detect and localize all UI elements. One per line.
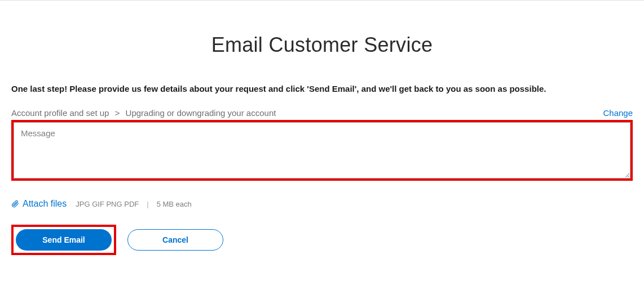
attach-formats: JPG GIF PNG PDF (76, 200, 139, 208)
change-link[interactable]: Change (603, 108, 633, 118)
message-highlight (11, 120, 633, 181)
button-row: Send Email Cancel (11, 225, 633, 255)
top-divider (0, 0, 644, 1)
instruction-text: One last step! Please provide us few det… (11, 84, 633, 93)
attach-separator: | (147, 200, 148, 208)
breadcrumb: Account profile and set up > Upgrading o… (11, 108, 276, 118)
attach-size-hint: 5 MB each (157, 200, 192, 208)
page-title: Email Customer Service (11, 33, 633, 57)
paperclip-icon (11, 200, 19, 208)
send-email-button[interactable]: Send Email (16, 229, 112, 251)
attach-files-link[interactable]: Attach files (23, 199, 67, 209)
cancel-button[interactable]: Cancel (127, 229, 223, 251)
breadcrumb-level1: Account profile and set up (11, 108, 109, 118)
breadcrumb-level2: Upgrading or downgrading your account (126, 108, 276, 118)
send-highlight: Send Email (11, 225, 116, 255)
attach-row: Attach files JPG GIF PNG PDF | 5 MB each (11, 199, 633, 209)
breadcrumb-row: Account profile and set up > Upgrading o… (11, 108, 633, 118)
breadcrumb-separator: > (115, 108, 120, 118)
message-textarea[interactable] (14, 122, 630, 178)
